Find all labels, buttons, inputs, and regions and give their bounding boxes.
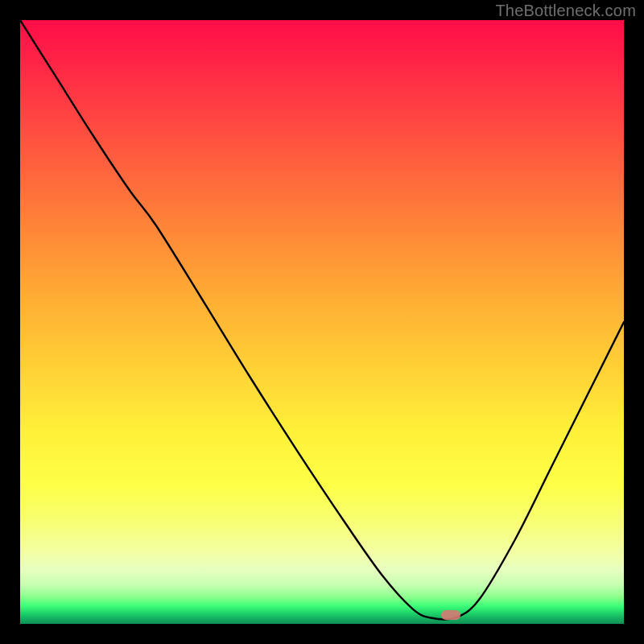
plot-area bbox=[20, 20, 624, 624]
optimum-marker bbox=[441, 610, 460, 620]
watermark-text: TheBottleneck.com bbox=[495, 2, 636, 20]
bottleneck-curve bbox=[20, 20, 624, 624]
chart-frame: TheBottleneck.com bbox=[0, 0, 644, 644]
